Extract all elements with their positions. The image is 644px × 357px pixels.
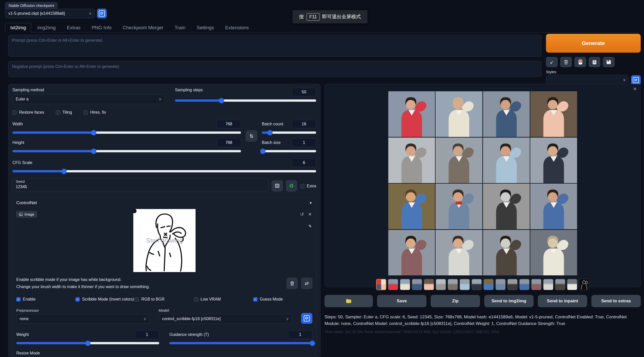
tab-txt2img[interactable]: txt2img [5,23,31,33]
swap-width-height-button[interactable]: ⇅ [246,130,257,142]
gallery-image[interactable] [436,138,482,183]
styles-select[interactable]: ▾ [546,75,629,85]
low-vram-checkbox[interactable]: Low VRAM [194,297,253,302]
batch-size-slider[interactable] [262,150,316,152]
gallery-image[interactable] [436,230,482,276]
gallery-image[interactable] [388,184,435,229]
save-button[interactable]: Save [377,295,426,307]
seed-field[interactable]: Seed 12345 [12,178,269,191]
extra-seed-checkbox[interactable]: Extra [300,184,316,188]
gallery-thumbnail[interactable] [555,279,565,290]
gallery-image[interactable] [530,184,577,229]
controlnet-image-tab[interactable]: Image [16,211,37,218]
tab-extras[interactable]: Extras [62,23,86,32]
rgb-to-bgr-checkbox[interactable]: RGB to BGR [135,297,194,302]
width-slider[interactable] [12,131,241,134]
random-seed-button[interactable]: ⚄ [272,180,283,191]
gallery-image[interactable] [388,230,435,276]
mirror-webcam-button[interactable]: ⇄ [301,278,312,289]
sampling-method-select[interactable]: Euler a ∨ [12,94,165,104]
guess-mode-checkbox[interactable]: Guess Mode [253,297,312,302]
refresh-checkpoints-button[interactable]: ⟳ [97,9,107,18]
gallery-thumbnail[interactable] [400,279,410,290]
gallery-thumbnail[interactable] [448,279,458,290]
cfg-scale-slider[interactable] [12,170,316,172]
preprocessor-select[interactable]: none ∨ [16,314,150,324]
gallery-thumbnail[interactable] [507,279,518,290]
tab-png-info[interactable]: PNG Info [87,23,117,32]
gallery-thumbnail[interactable] [424,279,434,290]
clear-image-icon[interactable]: ✕ [308,212,312,217]
gallery-thumbnail-scribble[interactable] [579,279,589,290]
sampling-steps-slider[interactable] [175,99,316,102]
checkpoint-select[interactable]: v1-5-pruned.ckpt [e1441589a6] ∨ [5,9,95,18]
cfg-scale-input[interactable]: 6 [292,158,316,167]
gallery-image[interactable] [530,138,577,183]
height-slider[interactable] [12,150,241,152]
controlnet-enable-checkbox[interactable]: Enable [16,297,75,302]
new-canvas-button[interactable] [286,278,298,289]
restore-faces-checkbox[interactable]: Restore faces [12,110,44,115]
weight-input[interactable]: 1 [135,330,159,339]
generate-button[interactable]: Generate [546,34,641,53]
refresh-styles-button[interactable]: ⟳ [631,75,641,85]
tab-img2img[interactable]: img2img [32,23,61,32]
clear-prompt-button[interactable] [560,57,572,67]
tiling-checkbox[interactable]: Tiling [56,110,72,115]
close-gallery-icon[interactable]: ✕ [633,86,637,92]
brush-icon[interactable]: ✎ [309,224,312,229]
send-to-extras-button[interactable]: Send to extras [591,295,641,307]
gallery-thumbnail[interactable] [388,279,398,290]
tab-settings[interactable]: Settings [191,23,219,32]
paste-button[interactable]: ↙ [546,57,558,67]
gallery-image[interactable] [530,230,577,276]
gallery-image[interactable] [436,91,482,137]
tab-train[interactable]: Train [170,23,191,32]
gallery-image[interactable] [388,91,435,137]
controlnet-header[interactable]: ControlNet ▼ [16,200,312,205]
undo-icon[interactable]: ↺ [300,212,304,217]
gallery-image[interactable] [388,138,435,183]
prompt-input[interactable]: Prompt (press Ctrl+Enter or Alt+Enter to… [8,35,541,57]
extra-networks-button[interactable] [574,57,586,67]
save-style-button[interactable] [603,57,615,67]
gallery-thumbnail[interactable] [412,279,422,290]
width-input[interactable]: 768 [217,120,241,128]
refresh-models-button[interactable]: ⟳ [301,313,312,324]
controlnet-model-select[interactable]: control_scribble-fp16 [c508311e] ∨ [159,314,292,324]
open-folder-button[interactable] [325,295,373,307]
gallery-thumbnail[interactable] [472,279,482,290]
scribble-mode-checkbox[interactable]: Scribble Mode (Invert colors) [75,297,135,302]
batch-count-slider[interactable] [262,131,316,134]
hires-fix-checkbox[interactable]: Hires. fix [84,110,106,115]
gallery-image[interactable] [530,91,577,137]
gallery-thumbnail[interactable] [484,279,494,290]
gallery-thumbnail[interactable] [460,279,470,290]
gallery-thumbnail[interactable] [531,279,541,290]
gallery-thumbnail[interactable] [567,279,577,290]
gallery-thumbnail[interactable] [519,279,529,290]
gallery-thumbnail-grid[interactable] [376,279,386,290]
send-to-img2img-button[interactable]: Send to img2img [484,295,534,307]
gallery-thumbnail[interactable] [495,279,506,290]
negative-prompt-input[interactable]: Negative prompt (press Ctrl+Enter or Alt… [8,61,541,77]
tab-checkpoint-merger[interactable]: Checkpoint Merger [118,23,169,32]
guidance-strength-slider[interactable] [169,342,312,344]
batch-size-input[interactable]: 1 [292,138,316,147]
reuse-seed-button[interactable]: ♻ [286,180,297,191]
gallery-image[interactable] [436,184,482,229]
gallery-thumbnail[interactable] [436,279,446,290]
gallery-image[interactable] [483,184,530,229]
apply-style-button[interactable] [589,57,600,67]
height-input[interactable]: 768 [217,138,241,147]
gallery-image[interactable] [483,230,530,276]
gallery-image[interactable] [483,91,530,137]
controlnet-canvas[interactable]: Start drawing [133,209,196,272]
zip-button[interactable]: Zip [431,295,480,307]
sampling-steps-input[interactable]: 50 [292,88,316,96]
weight-slider[interactable] [16,342,159,344]
send-to-inpaint-button[interactable]: Send to inpaint [538,295,587,307]
guidance-strength-input[interactable]: 1 [288,330,312,339]
gallery-image[interactable] [483,138,530,183]
tab-extensions[interactable]: Extensions [220,23,254,32]
